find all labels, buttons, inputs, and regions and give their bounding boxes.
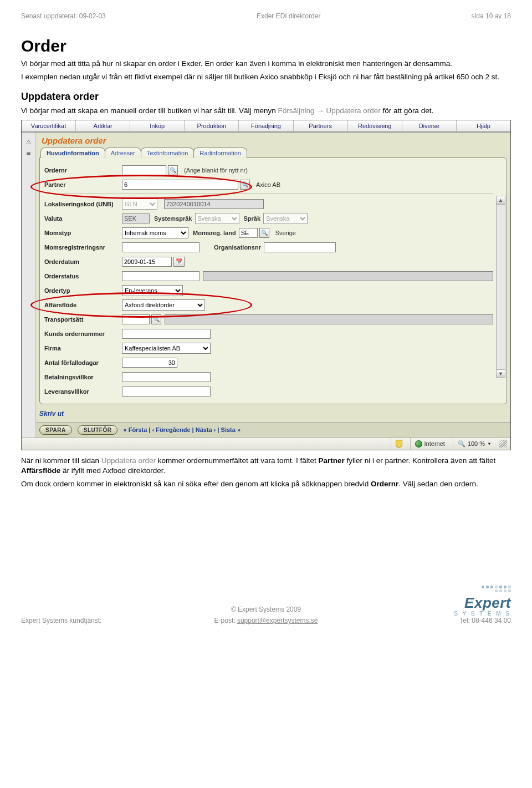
partner-name: Axico AB [256, 181, 280, 188]
transport-label: Transportsätt [44, 316, 122, 323]
firma-label: Firma [44, 345, 122, 352]
page-title: Uppdatera order [39, 135, 507, 148]
ordertyp-select[interactable]: En-leverans [122, 285, 183, 296]
ordernr-hint: (Ange blankt för nytt nr) [184, 167, 248, 174]
betvillkor-label: Betalningsvillkor [44, 374, 122, 380]
status-internet: Internet [424, 440, 445, 447]
momstyp-select[interactable]: Inhemsk moms [122, 227, 188, 238]
button-row: SPARA SLUTFÖR « Första | ‹ Föregående | … [36, 422, 510, 438]
unb-value [164, 199, 264, 209]
app-screenshot: Varucertifikat Artiklar Inköp Produktion… [21, 120, 511, 450]
orgnr-input[interactable] [264, 242, 336, 252]
page-footer: © Expert Systems 2009 E-post: support@ex… [21, 617, 511, 624]
copyright: © Expert Systems 2009 [21, 606, 511, 613]
betvillkor-input[interactable] [122, 372, 211, 382]
footer-right: Tel: 08-446 34 00 [459, 617, 511, 624]
save-button[interactable]: SPARA [39, 425, 72, 435]
menu-varucertifikat[interactable]: Varucertifikat [22, 120, 76, 132]
menu-partners[interactable]: Partners [294, 120, 348, 132]
print-link[interactable]: Skriv ut [36, 408, 510, 420]
ordernr-search-icon[interactable]: 🔍 [168, 165, 178, 175]
ordernr-input[interactable] [122, 165, 166, 175]
intro-p1: Vi börjar med att titta på hur ni skapar… [21, 59, 511, 69]
orderstatus-desc [203, 271, 493, 281]
kundsorder-input[interactable] [122, 329, 211, 339]
momsreg-label: Momsregistreringsnr [44, 244, 122, 251]
zoom-icon[interactable]: 🔍 [458, 440, 466, 448]
tab-textinformation[interactable]: Textinformation [141, 148, 195, 158]
support-email-link[interactable]: support@expertsystems.se [237, 617, 318, 624]
intro-p3: Vi börjar med att skapa en manuell order… [21, 106, 511, 116]
momsland-search-icon[interactable]: 🔍 [259, 228, 269, 238]
sprak-select: Svenska [263, 213, 308, 224]
transport-input[interactable] [122, 314, 150, 324]
forfallo-label: Antal förfallodagar [44, 359, 122, 366]
expert-logo: Expert S Y S T E M S [454, 586, 511, 617]
orgnr-label: Organisationsnr [214, 244, 261, 251]
unb-type-select: GLN [122, 199, 157, 210]
heading-uppdatera: Uppdatera order [21, 91, 511, 103]
menu-redovisning[interactable]: Redovisning [348, 120, 402, 132]
menu-produktion[interactable]: Produktion [185, 120, 239, 132]
menu-inkop[interactable]: Inköp [130, 120, 185, 132]
valuta-input [122, 213, 150, 223]
menu-diverse[interactable]: Diverse [402, 120, 457, 132]
valuta-label: Valuta [44, 215, 122, 222]
orderstatus-label: Orderstatus [44, 273, 122, 279]
momsland-name: Sverige [275, 230, 296, 236]
status-zoom: 100 % [468, 440, 485, 447]
affarsflode-label: Affärsflöde [44, 302, 122, 308]
tab-radinformation[interactable]: Radinformation [193, 148, 247, 158]
header-right: sida 10 av 18 [472, 12, 511, 20]
menu-forsaljning[interactable]: Försäljning [239, 120, 293, 132]
sprak-label: Språk [244, 215, 261, 222]
momsland-input[interactable] [239, 228, 258, 238]
ie-statusbar: Internet 🔍100 %▼ [22, 438, 510, 450]
list-icon[interactable]: ≡ [27, 149, 31, 157]
header-center: Exder EDI direktorder [257, 12, 320, 20]
calendar-icon[interactable]: 📅 [173, 257, 185, 267]
firma-select[interactable]: Kaffespecialisten AB [122, 343, 211, 354]
after-p1: När ni kommer till sidan Uppdatera order… [21, 456, 511, 476]
ordertyp-label: Ordertyp [44, 287, 122, 294]
logo-word: Expert [454, 594, 511, 612]
finish-button[interactable]: SLUTFÖR [78, 425, 118, 435]
menubar: Varucertifikat Artiklar Inköp Produktion… [22, 120, 510, 133]
intro-p2: I exemplen nedan utgår vi från ett fikti… [21, 72, 511, 82]
heading-order: Order [21, 37, 511, 55]
syssprak-label: Systemspråk [154, 215, 192, 222]
logo-sub: S Y S T E M S [454, 611, 511, 617]
email-label: E-post: [214, 617, 237, 624]
chevron-down-icon[interactable]: ▼ [487, 441, 492, 446]
menu-hjalp[interactable]: Hjälp [457, 120, 510, 132]
menu-artiklar[interactable]: Artiklar [76, 120, 130, 132]
momsland-label: Momsreg. land [193, 230, 236, 236]
orderstatus-input[interactable] [122, 271, 200, 281]
globe-icon [415, 440, 422, 448]
tab-adresser[interactable]: Adresser [105, 148, 141, 158]
orderdatum-label: Orderdatum [44, 258, 122, 265]
resize-grip-icon [499, 440, 507, 448]
side-icon-bar: ⌂ ≡ [22, 133, 36, 438]
transport-desc [165, 314, 493, 324]
header-left: Senast uppdaterat: 09-02-03 [21, 12, 106, 20]
unb-label: Lokaliseringskod (UNB) [44, 201, 122, 207]
shield-icon [396, 440, 402, 448]
partner-input[interactable] [122, 180, 238, 190]
subtabs: Huvudinformation Adresser Textinformatio… [40, 148, 507, 158]
page-header: Senast uppdaterat: 09-02-03 Exder EDI di… [21, 12, 511, 20]
orderdatum-input[interactable] [122, 257, 172, 267]
vertical-scrollbar[interactable] [496, 196, 505, 378]
record-nav[interactable]: « Första | ‹ Föregående | Nästa › | Sist… [123, 426, 241, 433]
forfallo-input[interactable] [122, 358, 177, 368]
momsreg-input[interactable] [122, 242, 200, 252]
affarsflode-select[interactable]: Axfood direktorder [122, 299, 205, 311]
form-panel: Ordernr 🔍 (Ange blankt för nytt nr) Part… [39, 157, 507, 404]
home-icon[interactable]: ⌂ [27, 138, 31, 146]
transport-search-icon[interactable]: 🔍 [151, 314, 161, 324]
partner-search-icon[interactable]: 🔍 [240, 180, 250, 190]
levvillkor-input[interactable] [122, 387, 211, 396]
ordernr-label: Ordernr [44, 167, 122, 174]
tab-huvudinformation[interactable]: Huvudinformation [40, 148, 105, 158]
after-p2: Om dock ordern kommer in elektroniskt så… [21, 479, 511, 489]
